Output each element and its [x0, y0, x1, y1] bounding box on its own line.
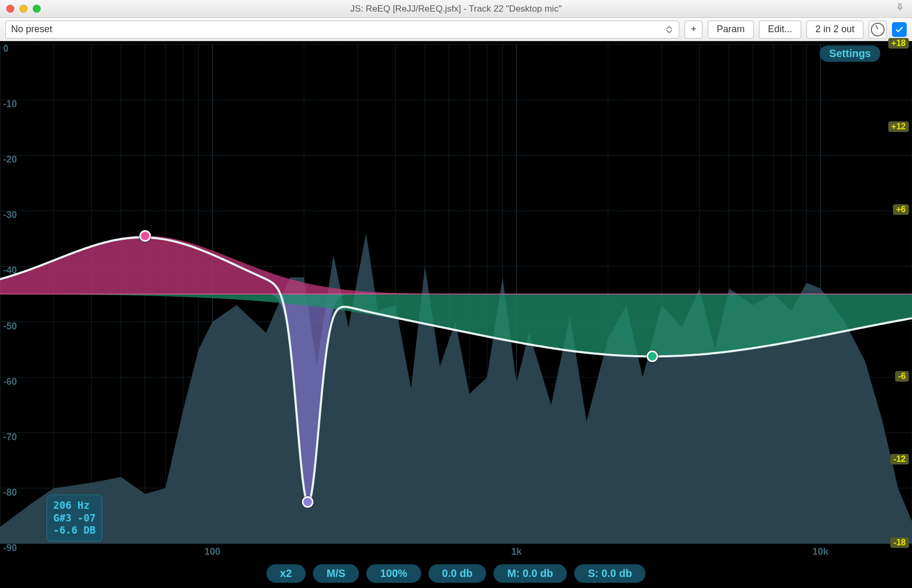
- mid-gain-button[interactable]: M: 0.0 db: [493, 564, 567, 583]
- io-button[interactable]: 2 in 2 out: [806, 21, 863, 39]
- plus-icon: +: [691, 24, 697, 35]
- window-titlebar: JS: ReEQ [ReJJ/ReEQ.jsfx] - Track 22 "De…: [0, 0, 912, 18]
- band-handle-1[interactable]: [139, 230, 151, 242]
- side-gain-button[interactable]: S: 0.0 db: [574, 564, 645, 583]
- traffic-lights: [6, 5, 41, 13]
- spec-scale-m20: -20: [3, 154, 17, 165]
- preset-value: No preset: [11, 24, 52, 35]
- bottom-button-bar: x2 M/S 100% 0.0 db M: 0.0 db S: 0.0 db: [0, 564, 912, 583]
- db-scale-m6: -6: [895, 371, 909, 382]
- plugin-enable-checkbox[interactable]: [892, 22, 907, 37]
- spec-scale-m10: -10: [3, 99, 17, 110]
- spec-scale-m40: -40: [3, 265, 17, 276]
- spec-scale-m90: -90: [3, 543, 17, 554]
- preset-select[interactable]: No preset: [5, 21, 679, 39]
- db-scale-p12: +12: [888, 121, 909, 132]
- spec-scale-m30: -30: [3, 210, 17, 221]
- readout-gain: -6.6 DB: [53, 524, 96, 537]
- freq-axis-100: 100: [205, 546, 221, 557]
- band-handle-3[interactable]: [647, 350, 658, 362]
- preset-stepper-icon[interactable]: [666, 23, 676, 36]
- io-label: 2 in 2 out: [815, 24, 854, 35]
- freq-axis-1k: 1k: [511, 546, 522, 557]
- db-scale-m12: -12: [890, 454, 909, 464]
- knob-icon: [871, 23, 885, 36]
- close-icon[interactable]: [6, 5, 14, 13]
- wet-dry-knob[interactable]: [869, 21, 887, 39]
- edit-button[interactable]: Edit...: [759, 21, 801, 39]
- readout-freq: 206 Hz: [53, 499, 96, 512]
- window-title: JS: ReEQ [ReJJ/ReEQ.jsfx] - Track 22 "De…: [6, 4, 906, 14]
- add-preset-button[interactable]: +: [685, 21, 702, 39]
- spec-scale-0: 0: [3, 43, 8, 54]
- pin-icon[interactable]: [895, 3, 905, 15]
- output-gain-button[interactable]: 0.0 db: [429, 564, 487, 583]
- band-handle-2[interactable]: [302, 496, 314, 508]
- zoom-icon[interactable]: [33, 5, 41, 13]
- eq-canvas[interactable]: [0, 41, 912, 588]
- spec-scale-m70: -70: [3, 432, 17, 443]
- stereo-mode-button[interactable]: M/S: [313, 564, 359, 583]
- zoom-button[interactable]: x2: [267, 564, 306, 583]
- settings-button[interactable]: Settings: [820, 45, 880, 62]
- db-scale-m18: -18: [890, 537, 909, 548]
- analyzer-scale-button[interactable]: 100%: [366, 564, 421, 583]
- param-label: Param: [717, 24, 745, 35]
- minimize-icon[interactable]: [20, 5, 27, 13]
- db-scale-p6: +6: [893, 204, 909, 215]
- db-scale-p18: +18: [888, 38, 909, 49]
- param-button[interactable]: Param: [708, 21, 754, 39]
- spec-scale-m80: -80: [3, 487, 17, 498]
- spec-scale-m60: -60: [3, 376, 17, 387]
- edit-label: Edit...: [768, 24, 792, 35]
- plugin-toolbar: No preset + Param Edit... 2 in 2 out: [0, 18, 912, 41]
- readout-note: G#3 -07: [53, 512, 96, 525]
- eq-display[interactable]: Settings +18 +12 +6 -6 -12 -18 0 -10 -20…: [0, 41, 912, 588]
- cursor-readout: 206 Hz G#3 -07 -6.6 DB: [46, 495, 102, 542]
- freq-axis-10k: 10k: [813, 546, 829, 557]
- spec-scale-m50: -50: [3, 321, 17, 332]
